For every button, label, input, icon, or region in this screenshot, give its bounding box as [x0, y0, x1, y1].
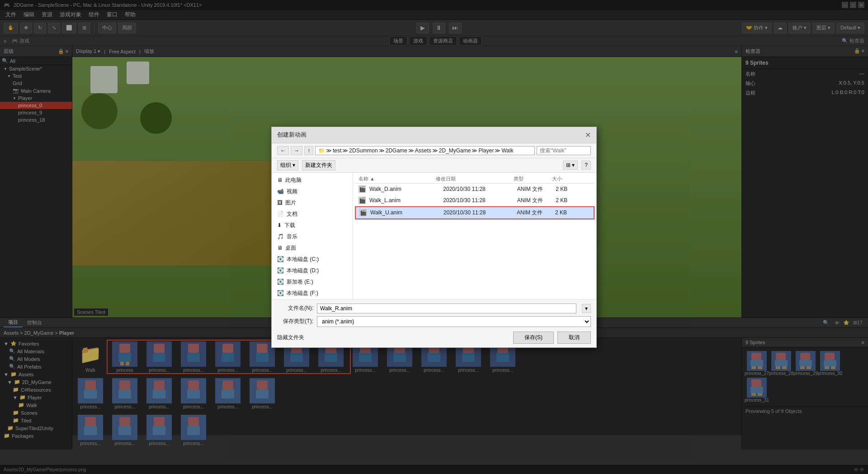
dlg-item-pictures[interactable]: 🖼 图片	[272, 197, 353, 209]
bc-sep3: ≫	[408, 147, 414, 154]
file-type-walku: ANIM 文件	[517, 209, 552, 217]
action-buttons: 保存(S) 取消	[513, 332, 591, 344]
dlg-item-computer[interactable]: 🖥 此电脑	[272, 175, 353, 186]
diskc-icon: 💽	[277, 256, 284, 262]
anim-icon-walkd: 🎬	[359, 185, 366, 193]
filetype-select[interactable]: anim (*.anim)	[317, 316, 591, 327]
anim-icon-walku: 🎬	[359, 209, 367, 216]
dialog-close-button[interactable]: ✕	[585, 131, 591, 139]
dl-icon: ⬇	[277, 222, 282, 228]
dlg-item-label: 视频	[287, 188, 297, 195]
filename-row: 文件名(N): ▾	[277, 303, 591, 313]
dlg-item-downloads[interactable]: ⬇ 下载	[272, 220, 353, 231]
bc-2dsummon[interactable]: 2DSummon	[349, 147, 377, 154]
music-icon: 🎵	[277, 233, 284, 240]
dialog-actions: 隐藏文件夹 保存(S) 取消	[277, 330, 591, 344]
dlg-item-label: 桌面	[285, 244, 296, 252]
bc-player[interactable]: Player	[478, 147, 494, 154]
col-date[interactable]: 修改日期	[436, 175, 513, 182]
create-animation-dialog: 创建新动画 ✕ ← → ↑ 📁 ≫ test ≫ 2DSummon ≫ 2DGa…	[271, 127, 597, 348]
dialog-body: 🖥 此电脑 📹 视频 🖼 图片 📄 文档 ⬇ 下载	[272, 173, 596, 299]
dlg-item-label: 本地磁盘 (C:)	[287, 256, 319, 263]
diske-icon: 💽	[277, 279, 284, 285]
dialog-title-text: 创建新动画	[277, 131, 307, 139]
dlg-item-video[interactable]: 📹 视频	[272, 186, 353, 197]
file-row-walkd[interactable]: 🎬 Walk_D.anim 2020/10/30 11:28 ANIM 文件 2…	[355, 184, 594, 195]
dlg-item-diske[interactable]: 💽 新加卷 (E:)	[272, 276, 353, 288]
filetype-label: 保存类型(T):	[277, 318, 313, 325]
view-button[interactable]: ⊞ ▾	[563, 161, 578, 170]
filename-label: 文件名(N):	[277, 304, 313, 312]
col-size[interactable]: 大小	[552, 175, 591, 182]
org-button[interactable]: 组织 ▾	[277, 160, 298, 171]
new-folder-button[interactable]: 新建文件夹	[302, 160, 335, 171]
up-button[interactable]: ↑	[304, 146, 313, 155]
breadcrumb-sep0: ≫	[326, 147, 332, 154]
cancel-button[interactable]: 取消	[557, 332, 591, 344]
bc-assets[interactable]: Assets	[415, 147, 431, 154]
file-name-walku: Walk_U.anim	[370, 209, 440, 216]
file-date-walkd: 2020/10/30 11:28	[443, 186, 513, 192]
bc-test[interactable]: test	[333, 147, 341, 154]
hide-folders-link[interactable]: 隐藏文件夹	[277, 334, 304, 341]
bc-sep2: ≫	[379, 147, 385, 154]
bc-2dmygame[interactable]: 2D_MyGame	[439, 147, 471, 154]
dlg-item-mypassport[interactable]: 💽 My Passport (C	[272, 299, 353, 299]
dlg-item-label: 下载	[284, 222, 295, 229]
breadcrumb-path[interactable]: 📁 ≫ test ≫ 2DSummon ≫ 2DGame ≫ Assets ≫ …	[315, 146, 535, 155]
dlg-item-label: 音乐	[287, 233, 297, 241]
file-row-walku[interactable]: 🎬 Walk_U.anim 2020/10/30 11:28 ANIM 文件 2…	[355, 206, 594, 219]
back-button[interactable]: ←	[277, 146, 289, 155]
filename-input[interactable]	[317, 303, 576, 313]
diskd-icon: 💽	[277, 267, 284, 274]
dlg-item-label: 新加卷 (E:)	[287, 278, 313, 286]
dlg-item-documents[interactable]: 📄 文档	[272, 209, 353, 220]
file-row-walkl[interactable]: 🎬 Walk_L.anim 2020/10/30 11:28 ANIM 文件 2…	[355, 195, 594, 206]
file-date-walku: 2020/10/30 11:28	[443, 209, 513, 216]
desktop-icon: 🖥	[277, 245, 283, 251]
dialog-nav-toolbar: ← → ↑ 📁 ≫ test ≫ 2DSummon ≫ 2DGame ≫ Ass…	[272, 143, 596, 158]
dlg-item-label: 文档	[287, 210, 297, 218]
dialog-left-panel: 🖥 此电脑 📹 视频 🖼 图片 📄 文档 ⬇ 下载	[272, 173, 353, 299]
computer-icon: 🖥	[277, 177, 283, 183]
dlg-item-label: 本地磁盘 (D:)	[287, 267, 319, 275]
dlg-item-label: 图片	[285, 199, 296, 207]
file-date-walkl: 2020/10/30 11:28	[443, 197, 513, 204]
bc-sep6: ≫	[495, 147, 500, 154]
dialog-title-bar: 创建新动画 ✕	[272, 127, 596, 143]
anim-icon-walkl: 🎬	[359, 197, 366, 204]
file-name-walkd: Walk_D.anim	[369, 186, 439, 192]
dlg-item-music[interactable]: 🎵 音乐	[272, 231, 353, 242]
video-icon: 📹	[277, 188, 284, 194]
bc-sep5: ≫	[472, 147, 477, 154]
file-name-walkl: Walk_L.anim	[369, 197, 439, 204]
bc-2dgame[interactable]: 2DGame	[386, 147, 407, 154]
filename-dropdown[interactable]: ▾	[582, 304, 591, 313]
file-size-walkl: 2 KB	[556, 197, 591, 204]
dlg-item-diskf[interactable]: 💽 本地磁盘 (F:)	[272, 288, 353, 299]
dlg-item-diskc[interactable]: 💽 本地磁盘 (C:)	[272, 254, 353, 265]
dlg-item-desktop[interactable]: 🖥 桌面	[272, 242, 353, 254]
dlg-item-diskd[interactable]: 💽 本地磁盘 (D:)	[272, 265, 353, 276]
file-type-walkl: ANIM 文件	[517, 197, 552, 204]
help-btn[interactable]: ?	[581, 161, 591, 170]
forward-button[interactable]: →	[291, 146, 302, 155]
save-button[interactable]: 保存(S)	[513, 332, 554, 344]
file-size-walkd: 2 KB	[556, 186, 591, 192]
search-input[interactable]	[537, 146, 591, 155]
bc-sep1: ≫	[342, 147, 348, 154]
bc-sep4: ≫	[432, 147, 438, 154]
dialog-secondary-toolbar: 组织 ▾ 新建文件夹 ⊞ ▾ ?	[272, 158, 596, 173]
file-size-walku: 2 KB	[555, 209, 590, 216]
col-type[interactable]: 类型	[514, 175, 552, 182]
dialog-overlay[interactable]: 创建新动画 ✕ ← → ↑ 📁 ≫ test ≫ 2DSummon ≫ 2DGa…	[0, 0, 868, 474]
bc-walk[interactable]: Walk	[501, 147, 513, 154]
dialog-right-panel: 名称 ▲ 修改日期 类型 大小 🎬 Walk_D.anim 2020/10/30…	[353, 173, 596, 299]
dlg-item-label: 本地磁盘 (F:)	[287, 289, 318, 297]
dialog-bottom: 文件名(N): ▾ 保存类型(T): anim (*.anim) 隐藏文件夹 保…	[272, 299, 596, 347]
docs-icon: 📄	[277, 211, 284, 217]
filetype-row: 保存类型(T): anim (*.anim)	[277, 316, 591, 327]
col-name[interactable]: 名称 ▲	[359, 175, 436, 182]
file-type-walkd: ANIM 文件	[517, 185, 552, 193]
dlg-item-label: 此电脑	[285, 176, 302, 184]
